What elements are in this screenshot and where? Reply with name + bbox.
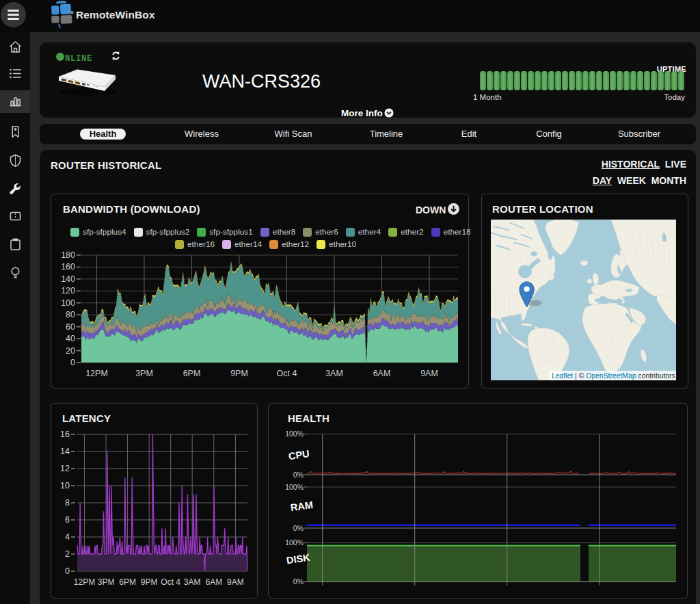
svg-text:2: 2 bbox=[65, 549, 70, 559]
svg-text:12: 12 bbox=[60, 464, 70, 473]
svg-text:6AM: 6AM bbox=[205, 577, 222, 587]
svg-text:3PM: 3PM bbox=[98, 577, 115, 587]
svg-text:6AM: 6AM bbox=[373, 369, 391, 378]
svg-text:140: 140 bbox=[61, 274, 75, 284]
svg-text:20: 20 bbox=[66, 346, 75, 356]
svg-text:14: 14 bbox=[60, 447, 70, 456]
svg-text:3PM: 3PM bbox=[135, 369, 153, 378]
svg-text:10: 10 bbox=[60, 481, 70, 490]
svg-text:9PM: 9PM bbox=[230, 369, 248, 378]
svg-text:80: 80 bbox=[66, 310, 75, 319]
svg-text:Oct 4: Oct 4 bbox=[161, 577, 180, 587]
svg-text:9PM: 9PM bbox=[141, 577, 158, 587]
svg-text:9AM: 9AM bbox=[420, 369, 438, 378]
svg-text:4: 4 bbox=[65, 532, 70, 542]
svg-text:100%: 100% bbox=[285, 430, 304, 438]
svg-text:16: 16 bbox=[60, 430, 70, 439]
svg-text:6: 6 bbox=[65, 515, 70, 525]
svg-text:40: 40 bbox=[66, 334, 75, 343]
svg-text:6PM: 6PM bbox=[183, 369, 201, 378]
svg-text:100: 100 bbox=[61, 298, 75, 308]
svg-text:9AM: 9AM bbox=[227, 577, 244, 587]
svg-text:160: 160 bbox=[61, 262, 75, 272]
svg-text:0%: 0% bbox=[293, 471, 304, 479]
svg-text:120: 120 bbox=[61, 286, 75, 296]
svg-text:CPU: CPU bbox=[288, 448, 310, 462]
svg-text:100%: 100% bbox=[285, 538, 304, 547]
svg-text:0: 0 bbox=[65, 566, 70, 576]
svg-text:8: 8 bbox=[65, 498, 70, 508]
svg-text:RAM: RAM bbox=[290, 499, 314, 513]
svg-text:60: 60 bbox=[66, 322, 75, 332]
svg-text:3AM: 3AM bbox=[325, 369, 343, 378]
svg-text:0: 0 bbox=[70, 358, 75, 367]
svg-text:Leaflet | © OpenStreetMap cont: Leaflet | © OpenStreetMap contributors bbox=[552, 372, 675, 380]
svg-text:12PM: 12PM bbox=[74, 577, 95, 587]
svg-text:12PM: 12PM bbox=[85, 369, 108, 378]
svg-text:180: 180 bbox=[61, 250, 75, 260]
svg-text:100%: 100% bbox=[285, 483, 304, 491]
svg-text:3AM: 3AM bbox=[184, 577, 201, 587]
svg-text:0%: 0% bbox=[293, 577, 304, 586]
svg-text:Oct 4: Oct 4 bbox=[277, 369, 297, 378]
svg-text:0%: 0% bbox=[293, 524, 304, 532]
svg-text:6PM: 6PM bbox=[119, 577, 136, 587]
